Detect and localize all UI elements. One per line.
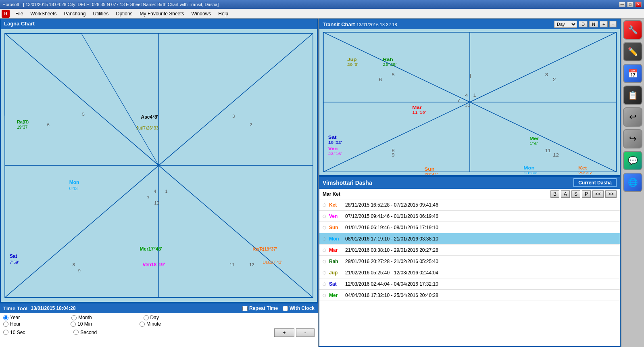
titlebar: Horosoft - [ 13/01/2015 18:04:28 City: D… xyxy=(0,0,644,9)
minimize-button[interactable]: — xyxy=(619,2,625,7)
dasha-nav-s[interactable]: S xyxy=(571,190,580,198)
menu-options[interactable]: Options xyxy=(113,10,135,17)
time-row-1: Year Month Day xyxy=(3,315,315,320)
tools-icon[interactable]: 🔧 xyxy=(623,20,642,40)
menu-favourite[interactable]: My Favourite Sheets xyxy=(137,10,188,17)
svg-text:11°19': 11°19' xyxy=(412,110,426,115)
svg-text:5: 5 xyxy=(82,111,85,116)
repeat-time-checkbox-label[interactable]: Repeat Time xyxy=(242,305,278,311)
dasha-current-label: Mar Ket xyxy=(323,191,340,197)
transit-mode-select[interactable]: Day Week Month xyxy=(554,21,577,28)
dasha-row[interactable]: ◌ Sun 01/01/2016 06:19:46 - 08/01/2016 1… xyxy=(319,222,620,233)
radio-month[interactable]: Month xyxy=(71,315,92,320)
menu-help[interactable]: Help xyxy=(215,10,231,17)
radio-minute-input[interactable] xyxy=(140,322,145,327)
dasha-nav-prev[interactable]: << xyxy=(592,190,604,198)
lagna-chart-area: Ra(R) 19°37' 5 6 Mon 0°13' 4 7 10 1 Asc4… xyxy=(1,29,317,302)
time-plus-button[interactable]: + xyxy=(274,328,294,337)
svg-text:7: 7 xyxy=(457,98,461,103)
dasha-nav-b[interactable]: B xyxy=(550,190,559,198)
dasha-dates: 21/02/2016 05:25:40 - 12/03/2016 02:44:0… xyxy=(345,270,617,276)
menu-utilities[interactable]: Utilities xyxy=(90,10,112,17)
time-row-2: Hour 10 Min Minute xyxy=(3,321,315,327)
with-clock-checkbox-label[interactable]: With Clock xyxy=(283,305,315,311)
network-icon[interactable]: 🌐 xyxy=(623,173,642,192)
radio-10min[interactable]: 10 Min xyxy=(71,321,92,327)
lagna-chart-svg: Ra(R) 19°37' 5 6 Mon 0°13' 4 7 10 1 Asc4… xyxy=(1,29,317,302)
menu-panchang[interactable]: Panchang xyxy=(60,10,89,17)
radio-day-input[interactable] xyxy=(144,315,149,320)
radio-second-input[interactable] xyxy=(73,330,79,335)
with-clock-checkbox[interactable] xyxy=(283,306,288,311)
transit-minus-button[interactable]: - xyxy=(609,21,617,27)
svg-text:11: 11 xyxy=(229,262,234,267)
lagna-title: Lagna Chart xyxy=(1,19,317,29)
dasha-nav-next[interactable]: >> xyxy=(605,190,617,198)
dasha-nav-p[interactable]: P xyxy=(582,190,591,198)
dasha-row[interactable]: ◌ Mar 21/01/2016 03:38:10 - 29/01/2016 2… xyxy=(319,245,620,256)
time-minus-button[interactable]: - xyxy=(296,328,315,337)
radio-second[interactable]: Second xyxy=(73,330,97,335)
dasha-nav-a[interactable]: A xyxy=(561,190,570,198)
dasha-row[interactable]: ◌ Ket 28/11/2015 16:52:28 - 07/12/2015 0… xyxy=(319,199,620,211)
transit-plus-button[interactable]: + xyxy=(600,21,608,27)
calendar-icon[interactable]: 📅 xyxy=(623,64,642,83)
dasha-row[interactable]: ◌ Sat 12/03/2016 02:44:04 - 04/04/2016 1… xyxy=(319,278,620,290)
svg-text:12: 12 xyxy=(249,262,254,267)
dasha-indicator: ◌ xyxy=(323,293,329,297)
svg-text:2: 2 xyxy=(250,122,252,127)
radio-month-input[interactable] xyxy=(71,315,77,320)
forward-icon[interactable]: ↪ xyxy=(623,129,642,148)
svg-text:2: 2 xyxy=(553,77,556,82)
close-button[interactable]: ✕ xyxy=(635,2,642,7)
left-panel: Lagna Chart xyxy=(0,19,319,347)
radio-10sec-input[interactable] xyxy=(3,330,8,335)
whatsapp-icon[interactable]: 💬 xyxy=(623,151,642,170)
radio-year-input[interactable] xyxy=(3,315,8,320)
svg-text:11: 11 xyxy=(545,148,551,153)
time-row-3: 10 Sec Second + - xyxy=(3,328,315,337)
dasha-row[interactable]: ◌ Mer 04/04/2016 17:32:10 - 25/04/2016 2… xyxy=(319,290,620,301)
menu-worksheets[interactable]: WorkSheets xyxy=(27,10,60,17)
radio-10sec[interactable]: 10 Sec xyxy=(3,330,25,335)
dasha-row[interactable]: ◌ Rah 29/01/2016 20:27:28 - 21/02/2016 0… xyxy=(319,256,620,267)
svg-text:5: 5 xyxy=(392,72,395,77)
dasha-row[interactable]: ◌ Ven 07/12/2015 09:41:46 - 01/01/2016 0… xyxy=(319,211,620,222)
transit-n-button[interactable]: N xyxy=(589,21,598,27)
svg-text:3: 3 xyxy=(232,114,235,119)
document-icon[interactable]: 📋 xyxy=(623,86,642,105)
svg-text:7°59': 7°59' xyxy=(10,260,19,264)
menu-windows[interactable]: Windows xyxy=(188,10,215,17)
svg-text:Ven18°19': Ven18°19' xyxy=(143,262,165,268)
repeat-time-checkbox[interactable] xyxy=(242,306,248,311)
current-dasha-button[interactable]: Current Dasha xyxy=(573,178,617,187)
svg-text:Ura18°43': Ura18°43' xyxy=(263,259,282,264)
time-buttons: + - xyxy=(274,328,315,337)
dasha-planet: Ket xyxy=(329,202,345,208)
radio-hour-input[interactable] xyxy=(3,322,8,327)
menu-file[interactable]: File xyxy=(12,10,26,17)
radio-year[interactable]: Year xyxy=(3,315,20,320)
dasha-row[interactable]: ◌ Jup 21/02/2016 05:25:40 - 12/03/2016 0… xyxy=(319,267,620,278)
transit-controls: Day Week Month D N + - xyxy=(554,21,617,28)
transit-d-button[interactable]: D xyxy=(579,21,588,27)
svg-text:Ra(R): Ra(R) xyxy=(17,119,29,124)
svg-text:Asc4°8': Asc4°8' xyxy=(141,114,158,120)
radio-hour[interactable]: Hour xyxy=(3,321,21,327)
dasha-dates: 28/11/2015 16:52:28 - 07/12/2015 09:41:4… xyxy=(345,202,617,208)
maximize-button[interactable]: □ xyxy=(627,2,634,7)
radio-day[interactable]: Day xyxy=(144,315,159,320)
edit-icon[interactable]: ✏️ xyxy=(623,42,642,61)
dasha-indicator: ◌ xyxy=(323,282,329,286)
back-icon[interactable]: ↩ xyxy=(623,107,642,127)
svg-text:Ven: Ven xyxy=(328,146,338,151)
svg-text:19°37': 19°37' xyxy=(17,125,28,129)
dasha-row[interactable]: ◌ Mon 08/01/2016 17:19:10 - 21/01/2016 0… xyxy=(319,233,620,245)
svg-text:Sat: Sat xyxy=(10,253,17,259)
svg-text:8: 8 xyxy=(392,148,395,153)
main-content: Lagna Chart xyxy=(0,19,644,347)
radio-10min-input[interactable] xyxy=(71,322,76,327)
menubar: H File WorkSheets Panchang Utilities Opt… xyxy=(0,9,644,19)
dasha-dates: 21/01/2016 03:38:10 - 29/01/2016 20:27:2… xyxy=(345,247,617,253)
radio-minute[interactable]: Minute xyxy=(140,321,161,327)
